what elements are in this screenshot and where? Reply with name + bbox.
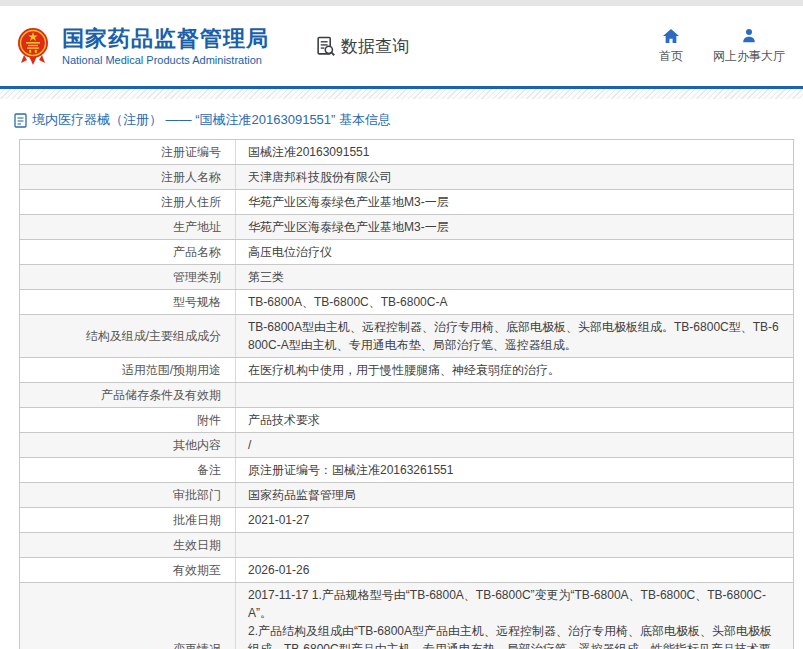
table-row-remarks: 备注 原注册证编号：国械注准20163261551	[20, 458, 793, 483]
row-value: 2017-11-17 1.产品规格型号由“TB-6800A、TB-6800C”变…	[235, 583, 793, 649]
data-query-entry[interactable]: 数据查询	[315, 35, 409, 58]
data-query-label: 数据查询	[341, 35, 409, 58]
table-row-registration-number: 注册证编号 国械注准20163091551	[20, 140, 793, 165]
agency-logo: 国家药品监督管理局 National Medical Products Admi…	[16, 26, 269, 67]
table-row-registrant-name: 注册人名称 天津唐邦科技股份有限公司	[20, 165, 793, 190]
agency-title-block: 国家药品监督管理局 National Medical Products Admi…	[62, 26, 269, 67]
table-row-product-name: 产品名称 高压电位治疗仪	[20, 240, 793, 265]
decor-stripe-band	[0, 89, 803, 99]
row-label: 适用范围/预期用途	[20, 358, 235, 382]
row-value: 2026-01-26	[235, 558, 793, 582]
row-value	[235, 383, 793, 407]
home-icon	[662, 28, 680, 44]
row-value: 国家药品监督管理局	[235, 483, 793, 507]
table-row-attachment: 附件 产品技术要求	[20, 408, 793, 433]
row-value: 天津唐邦科技股份有限公司	[235, 165, 793, 189]
row-value: 原注册证编号：国械注准20163261551	[235, 458, 793, 482]
national-emblem-icon	[16, 27, 50, 65]
row-label: 注册人住所	[20, 190, 235, 214]
nav-home-label: 首页	[659, 48, 683, 65]
row-label: 型号规格	[20, 290, 235, 314]
row-value: 第三类	[235, 265, 793, 289]
document-search-icon	[315, 36, 336, 57]
row-value: TB-6800A型由主机、远程控制器、治疗专用椅、底部电极板、头部电极板组成。T…	[235, 315, 793, 357]
nav-home[interactable]: 首页	[659, 28, 683, 65]
table-row-structure-composition: 结构及组成/主要组成成分 TB-6800A型由主机、远程控制器、治疗专用椅、底部…	[20, 315, 793, 358]
nav-online-hall-label: 网上办事大厅	[713, 48, 785, 65]
row-value: 华苑产业区海泰绿色产业基地M3-一层	[235, 215, 793, 239]
header-nav: 首页 网上办事大厅	[659, 28, 785, 65]
row-label: 注册证编号	[20, 140, 235, 164]
table-row-registrant-address: 注册人住所 华苑产业区海泰绿色产业基地M3-一层	[20, 190, 793, 215]
site-header: 国家药品监督管理局 National Medical Products Admi…	[0, 6, 803, 86]
row-label: 备注	[20, 458, 235, 482]
row-value: 产品技术要求	[235, 408, 793, 432]
row-label: 附件	[20, 408, 235, 432]
table-row-expiry-date: 有效期至 2026-01-26	[20, 558, 793, 583]
row-label: 结构及组成/主要组成成分	[20, 315, 235, 357]
registration-info-table: 注册证编号 国械注准20163091551 注册人名称 天津唐邦科技股份有限公司…	[19, 139, 794, 649]
row-label: 产品名称	[20, 240, 235, 264]
row-value	[235, 533, 793, 557]
row-value: TB-6800A、TB-6800C、TB-6800C-A	[235, 290, 793, 314]
row-value: 2021-01-27	[235, 508, 793, 532]
table-row-approval-date: 批准日期 2021-01-27	[20, 508, 793, 533]
table-row-other-content: 其他内容 /	[20, 433, 793, 458]
row-value: /	[235, 433, 793, 457]
table-row-change-history: 变更情况 2017-11-17 1.产品规格型号由“TB-6800A、TB-68…	[20, 583, 793, 649]
person-icon	[741, 28, 757, 44]
table-row-production-address: 生产地址 华苑产业区海泰绿色产业基地M3-一层	[20, 215, 793, 240]
table-row-approval-department: 审批部门 国家药品监督管理局	[20, 483, 793, 508]
row-label: 审批部门	[20, 483, 235, 507]
breadcrumb: 境内医疗器械（注册） —— “国械注准20163091551” 基本信息	[14, 107, 794, 137]
agency-subtitle: National Medical Products Administration	[62, 54, 269, 67]
row-label: 其他内容	[20, 433, 235, 457]
agency-title: 国家药品监督管理局	[62, 26, 269, 51]
table-row-storage-conditions: 产品储存条件及有效期	[20, 383, 793, 408]
breadcrumb-text: 境内医疗器械（注册） —— “国械注准20163091551” 基本信息	[32, 111, 391, 129]
table-row-intended-use: 适用范围/预期用途 在医疗机构中使用，用于慢性腰腿痛、神经衰弱症的治疗。	[20, 358, 793, 383]
row-value: 华苑产业区海泰绿色产业基地M3-一层	[235, 190, 793, 214]
main-content: 境内医疗器械（注册） —— “国械注准20163091551” 基本信息 注册证…	[0, 99, 803, 649]
row-label: 批准日期	[20, 508, 235, 532]
table-row-model-spec: 型号规格 TB-6800A、TB-6800C、TB-6800C-A	[20, 290, 793, 315]
table-row-management-class: 管理类别 第三类	[20, 265, 793, 290]
row-value: 在医疗机构中使用，用于慢性腰腿痛、神经衰弱症的治疗。	[235, 358, 793, 382]
row-label: 有效期至	[20, 558, 235, 582]
row-value: 高压电位治疗仪	[235, 240, 793, 264]
table-row-effective-date: 生效日期	[20, 533, 793, 558]
row-label: 产品储存条件及有效期	[20, 383, 235, 407]
nav-online-hall[interactable]: 网上办事大厅	[713, 28, 785, 65]
row-label: 生效日期	[20, 533, 235, 557]
row-label: 管理类别	[20, 265, 235, 289]
document-icon	[14, 113, 27, 128]
row-value: 国械注准20163091551	[235, 140, 793, 164]
row-label: 变更情况	[20, 583, 235, 649]
row-label: 注册人名称	[20, 165, 235, 189]
row-label: 生产地址	[20, 215, 235, 239]
